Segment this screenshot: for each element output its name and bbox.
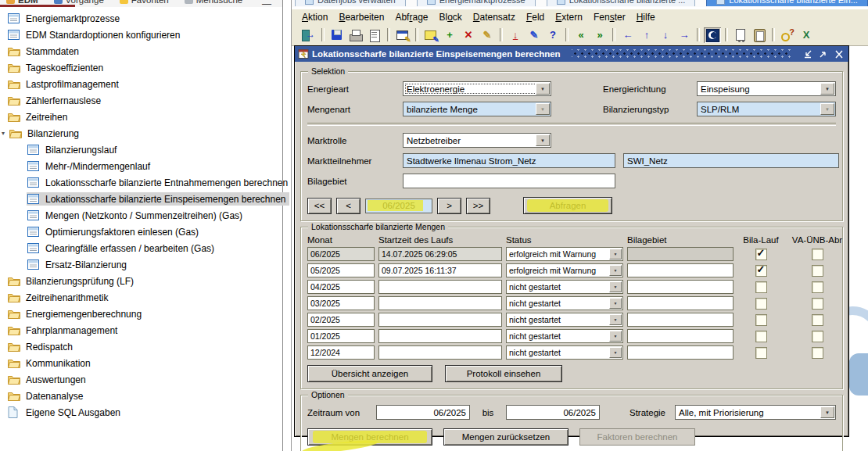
- bila-lauf-checkbox[interactable]: [755, 265, 767, 277]
- chevron-down-icon[interactable]: ▼: [609, 281, 622, 292]
- mengen-zuruecksetzen-button[interactable]: Mengen zurücksetzen: [443, 428, 569, 446]
- va-unb-abr-checkbox[interactable]: [812, 331, 823, 342]
- cell-startzeit[interactable]: 14.07.2025 06:29:05: [378, 247, 502, 261]
- marktrolle-dropdown[interactable]: Netzbetreiber ▼: [403, 133, 551, 148]
- doc-lines-icon[interactable]: [366, 27, 383, 43]
- tree-item-edm-standardoptionen-konfigurieren[interactable]: EDM Standardoptionen konfigurieren: [0, 27, 282, 43]
- tree-item-kommunikation[interactable]: Kommunikation: [0, 355, 282, 371]
- menu-abfrage[interactable]: Abfrage: [389, 10, 433, 24]
- status-dropdown[interactable]: nicht gestartet ▼: [506, 296, 623, 310]
- chevron-down-icon[interactable]: ▼: [820, 83, 834, 95]
- tree-item-fahrplanmanagement[interactable]: Fahrplanmanagement: [0, 322, 282, 338]
- va-unb-abr-checkbox[interactable]: [812, 265, 823, 277]
- paste-icon[interactable]: [751, 27, 768, 43]
- collapse-panel-icon[interactable]: —: [262, 0, 271, 7]
- tree-item-zeitreihenarithmetik[interactable]: Zeitreihenarithmetik: [0, 289, 282, 306]
- minimize-icon[interactable]: [802, 48, 814, 59]
- chevron-down-icon[interactable]: ▼: [609, 314, 622, 325]
- cell-monat[interactable]: 06/2025: [307, 247, 375, 261]
- doc-properties-icon[interactable]: [732, 27, 749, 43]
- marktteilnehmer-name-field[interactable]: Stadtwerke Ilmenau Strom_Netz: [403, 153, 615, 168]
- save-icon[interactable]: [328, 27, 346, 43]
- next-month-button[interactable]: >: [437, 198, 461, 214]
- cell-bilagebiet[interactable]: [627, 329, 733, 343]
- energieart-dropdown[interactable]: Elektroenergie ▼: [403, 81, 551, 96]
- tree-item-bilanzierungslauf[interactable]: Bilanzierungslauf: [0, 141, 282, 158]
- help-icon[interactable]: ?: [544, 27, 561, 43]
- cell-startzeit[interactable]: [378, 296, 502, 310]
- restore-icon[interactable]: [817, 48, 830, 59]
- menu-datensatz[interactable]: Datensatz: [468, 10, 521, 24]
- execute-query-icon[interactable]: [394, 27, 411, 43]
- chevron-down-icon[interactable]: ▼: [536, 134, 550, 146]
- tree-item-lokationsscharfe-bilanzierte-einspeiseme[interactable]: Lokationsscharfe bilanzierte Einspeiseme…: [0, 191, 282, 207]
- cell-startzeit[interactable]: [378, 345, 502, 360]
- insert-record-icon[interactable]: +: [441, 27, 458, 43]
- cell-bilagebiet[interactable]: [627, 263, 733, 277]
- bila-lauf-checkbox[interactable]: [755, 314, 767, 326]
- nav-right-icon[interactable]: →: [676, 27, 693, 43]
- tree-item-redispatch[interactable]: Redispatch: [0, 338, 282, 355]
- protokoll-einsehen-button[interactable]: Protokoll einsehen: [445, 365, 562, 382]
- chevron-down-icon[interactable]: ▼: [609, 265, 622, 276]
- marktteilnehmer-code-field[interactable]: SWI_Netz: [623, 153, 839, 168]
- bila-lauf-checkbox[interactable]: [755, 249, 767, 260]
- status-dropdown[interactable]: nicht gestartet ▼: [506, 345, 623, 360]
- tree-item-energiemengenberechnung[interactable]: Energiemengenberechnung: [0, 306, 282, 322]
- excel-icon[interactable]: X: [798, 27, 815, 43]
- last-month-button[interactable]: >>: [466, 198, 490, 214]
- tree-item-datenanalyse[interactable]: Datenanalyse: [0, 388, 282, 404]
- menu-bearbeiten[interactable]: Bearbeiten: [333, 10, 389, 24]
- va-unb-abr-checkbox[interactable]: [812, 249, 823, 260]
- chevron-down-icon[interactable]: ▼: [820, 406, 834, 418]
- chevron-down-icon[interactable]: ▼: [609, 298, 622, 309]
- tree-item-zählerfernauslese[interactable]: Zählerfernauslese: [0, 92, 282, 109]
- menu-extern[interactable]: Extern: [550, 10, 588, 24]
- document-tab[interactable]: Energiemarktprozesse: [417, 0, 536, 6]
- prev-month-button[interactable]: <: [336, 198, 360, 214]
- status-dropdown[interactable]: nicht gestartet ▼: [506, 280, 623, 294]
- uebersicht-anzeigen-button[interactable]: Übersicht anzeigen: [307, 365, 432, 382]
- bila-lauf-checkbox[interactable]: [755, 347, 767, 359]
- tree-item-mehr-mindermengenlauf[interactable]: Mehr-/Mindermengenlauf: [0, 158, 282, 174]
- cell-startzeit[interactable]: [378, 313, 502, 327]
- night-mode-icon[interactable]: [704, 27, 721, 43]
- status-dropdown[interactable]: nicht gestartet ▼: [506, 329, 623, 343]
- tree-item-clearingfälle-erfassen-bearbeiten-gas-[interactable]: Clearingfälle erfassen / bearbeiten (Gas…: [0, 240, 282, 256]
- tree-item-lokationsscharfe-bilanzierte-entnahmemen[interactable]: Lokationsscharfe bilanzierte Entnahmemen…: [0, 174, 282, 191]
- close-icon[interactable]: [833, 48, 845, 59]
- zeitraum-bis-input[interactable]: 06/2025: [506, 405, 600, 420]
- menu-hilfe[interactable]: Hilfe: [631, 10, 661, 24]
- zeitraum-von-input[interactable]: 06/2025: [376, 405, 470, 420]
- cell-startzeit[interactable]: [378, 280, 502, 294]
- chevron-down-icon[interactable]: ▼: [609, 249, 622, 260]
- keys-icon[interactable]: [779, 27, 796, 43]
- cell-monat[interactable]: 04/2025: [307, 280, 375, 294]
- tree-item-stammdaten[interactable]: Stammdaten: [0, 43, 282, 59]
- tree-item-zeitreihen[interactable]: Zeitreihen: [0, 109, 282, 125]
- va-unb-abr-checkbox[interactable]: [812, 281, 823, 293]
- menu-aktion[interactable]: Aktion: [296, 10, 333, 24]
- tree-item-mengen-netzkonto-summenzeitreihen-gas-[interactable]: Mengen (Netzkonto / Summenzeitreihen) (G…: [0, 207, 282, 224]
- strategie-dropdown[interactable]: Alle, mit Priorisierung ▼: [675, 405, 836, 420]
- tree-item-auswertungen[interactable]: Auswertungen: [0, 371, 282, 388]
- download-icon[interactable]: ↓: [507, 27, 524, 43]
- cell-monat[interactable]: 02/2025: [307, 313, 375, 327]
- app-tab[interactable]: Favoriten: [120, 0, 169, 5]
- bila-lauf-checkbox[interactable]: [755, 298, 767, 310]
- document-tab[interactable]: Lokationsscharfe bilanzierte Ein...: [706, 0, 867, 6]
- prev-block-icon[interactable]: «: [572, 27, 590, 43]
- tree-item-bilanzierung[interactable]: ▾ Bilanzierung: [0, 125, 282, 141]
- chevron-down-icon[interactable]: ▼: [536, 83, 550, 95]
- bila-lauf-checkbox[interactable]: [755, 331, 767, 342]
- tree-item-optimierungsfaktoren-einlesen-gas-[interactable]: Optimierungsfaktoren einlesen (Gas): [0, 224, 282, 240]
- va-unb-abr-checkbox[interactable]: [812, 298, 823, 310]
- menu-feld[interactable]: Feld: [521, 10, 550, 24]
- nav-up-icon[interactable]: ↑: [638, 27, 655, 43]
- cell-bilagebiet[interactable]: [627, 247, 733, 261]
- nav-left-icon[interactable]: ←: [619, 27, 637, 43]
- mengen-berechnen-button[interactable]: Mengen berechnen: [307, 428, 432, 446]
- app-tab[interactable]: Menüsuche: [185, 0, 242, 5]
- cell-startzeit[interactable]: 09.07.2025 16:11:37: [378, 263, 502, 277]
- status-dropdown[interactable]: erfolgreich mit Warnung ▼: [506, 247, 623, 261]
